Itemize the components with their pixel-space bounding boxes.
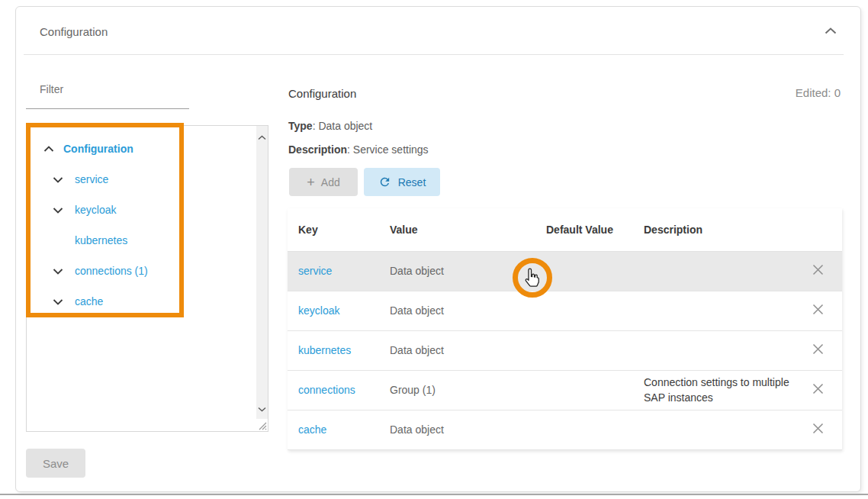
chevron-up-icon[interactable] (43, 145, 54, 153)
delete-row-button[interactable] (809, 300, 828, 321)
tree-item-label[interactable]: Configuration (63, 143, 133, 155)
delete-row-button[interactable] (809, 260, 828, 282)
table-row[interactable]: keycloakData object (288, 291, 842, 330)
panel-title: Configuration (40, 25, 108, 38)
type-line: Type: Data object (288, 120, 372, 132)
scroll-up-icon[interactable] (258, 130, 266, 143)
column-header: Value (390, 208, 546, 251)
reset-button-label: Reset (398, 176, 426, 188)
window-bottom-edge (0, 494, 868, 495)
row-key-link[interactable]: kubernetes (298, 344, 351, 356)
details-title: Configuration (288, 87, 356, 100)
column-header-actions (794, 208, 842, 251)
chevron-down-icon[interactable] (53, 206, 63, 214)
table-row[interactable]: serviceData object (288, 251, 842, 291)
chevron-down-icon[interactable] (53, 298, 63, 305)
filter-input[interactable] (26, 92, 189, 109)
row-key-link[interactable]: keycloak (298, 304, 339, 317)
scroll-down-icon[interactable] (258, 401, 266, 415)
description-label: Description (288, 143, 347, 156)
row-key-link[interactable]: service (298, 265, 332, 277)
type-value: : Data object (313, 120, 373, 132)
close-icon (812, 422, 825, 435)
description-value: : Service settings (347, 143, 429, 156)
screen: Configuration Filter Configurationservic… (0, 0, 868, 499)
header-divider (24, 54, 844, 55)
row-value: Group (1) (390, 384, 436, 396)
tree-item-label[interactable]: cache (75, 295, 103, 307)
chevron-down-icon[interactable] (53, 267, 63, 275)
tree-item[interactable]: service (27, 164, 256, 195)
refresh-icon (378, 175, 391, 188)
configuration-panel: Configuration Filter Configurationservic… (15, 6, 861, 492)
config-tree: Configurationservicekeycloakkubernetesco… (27, 134, 256, 317)
row-key-link[interactable]: connections (298, 384, 355, 396)
close-icon (812, 343, 825, 356)
row-description: Connection settings to multiple SAP inst… (644, 375, 794, 405)
table-header-row: KeyValueDefault ValueDescription (288, 208, 842, 251)
tree-item[interactable]: keycloak (27, 195, 256, 225)
delete-row-button[interactable] (809, 419, 828, 440)
row-value: Data object (390, 344, 444, 356)
add-button-label: Add (321, 176, 340, 188)
tree-item[interactable]: cache (27, 286, 256, 317)
tree-item[interactable]: kubernetes (27, 225, 256, 256)
row-key-link[interactable]: cache (298, 423, 326, 436)
save-button[interactable]: Save (26, 449, 85, 478)
edited-counter: Edited: 0 (796, 86, 841, 99)
resize-handle-icon[interactable] (256, 420, 268, 431)
table-row[interactable]: cacheData object (288, 410, 842, 449)
close-icon (812, 263, 825, 276)
tree-item-label[interactable]: kubernetes (75, 234, 127, 246)
delete-row-button[interactable] (809, 340, 828, 361)
tree-scrollbar[interactable] (256, 126, 268, 419)
row-value: Data object (390, 423, 444, 436)
type-label: Type (288, 120, 313, 132)
add-button[interactable]: + Add (289, 168, 358, 196)
close-icon (812, 303, 825, 316)
tree-item[interactable]: connections (1) (27, 256, 256, 286)
tree-item-label[interactable]: connections (1) (75, 265, 148, 277)
table-row[interactable]: kubernetesData object (288, 330, 842, 370)
table-row[interactable]: connectionsGroup (1)Connection settings … (288, 370, 842, 410)
tree-item-label[interactable]: keycloak (75, 204, 116, 216)
column-header: Key (288, 208, 390, 251)
column-header: Description (630, 208, 794, 251)
tree-item-root[interactable]: Configuration (27, 134, 256, 164)
config-table: KeyValueDefault ValueDescription service… (288, 208, 842, 450)
column-header: Default Value (546, 208, 630, 251)
row-value: Data object (390, 304, 444, 317)
description-line: Description: Service settings (288, 143, 429, 156)
close-icon (812, 382, 825, 395)
delete-row-button[interactable] (809, 379, 828, 401)
reset-button[interactable]: Reset (364, 168, 440, 196)
plus-icon: + (307, 175, 315, 189)
chevron-up-icon (825, 27, 837, 34)
collapse-panel-button[interactable] (822, 24, 839, 37)
tree-item-label[interactable]: service (75, 173, 108, 185)
tree-container: Configurationservicekeycloakkubernetesco… (26, 125, 268, 432)
table-toolbar: + Add Reset (289, 168, 440, 196)
row-value: Data object (390, 265, 444, 277)
chevron-down-icon[interactable] (53, 175, 63, 183)
